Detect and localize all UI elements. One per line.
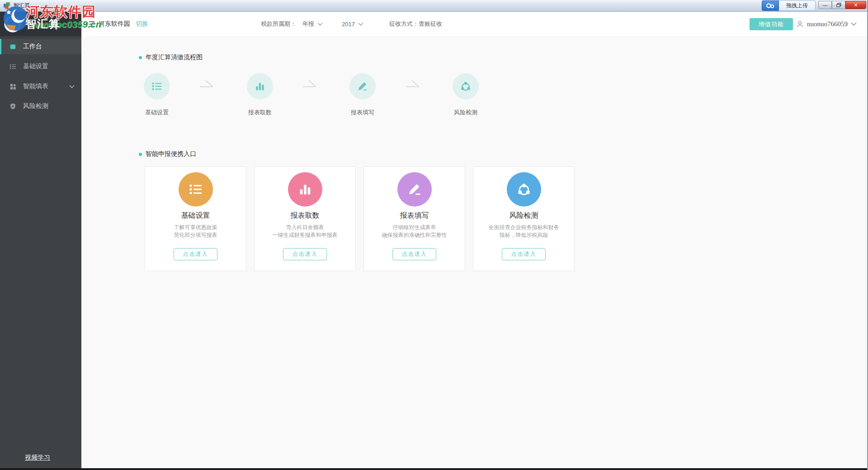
app-icon bbox=[3, 2, 11, 9]
tax-period-group: 税款所属期： 年报 2017 bbox=[261, 12, 363, 36]
switch-company-link[interactable]: 切换 bbox=[136, 12, 148, 36]
card-basic-settings: 基础设置 了解可享优惠政策 简化部分填写报表 点击进入 bbox=[145, 166, 246, 271]
pencil-icon bbox=[357, 80, 368, 92]
workbench-icon bbox=[9, 43, 17, 51]
flow-step-basic-settings: 基础设置 bbox=[134, 73, 179, 117]
minimize-button[interactable]: — bbox=[818, 1, 832, 9]
app-header: 河东软件园 切换 税款所属期： 年报 2017 征收方式：查账征收 增值功能 n… bbox=[81, 12, 868, 36]
person-icon bbox=[796, 20, 804, 28]
collection-method: 征收方式：查账征收 bbox=[389, 12, 442, 36]
flow-step-risk-check: 风险检测 bbox=[443, 73, 488, 117]
flow-circle bbox=[453, 73, 479, 99]
sidebar-item-risk-check[interactable]: 风险检测 bbox=[0, 99, 81, 114]
flow-step-label: 报表取数 bbox=[237, 108, 283, 117]
flow-step-report-data: 报表取数 bbox=[237, 73, 283, 117]
enter-button[interactable]: 点击进入 bbox=[174, 248, 217, 260]
flow-arrow-icon bbox=[302, 79, 321, 89]
entry-cards: 基础设置 了解可享优惠政策 简化部分填写报表 点击进入 报表取数 导入科目余额表… bbox=[145, 166, 575, 271]
sidebar-item-label: 工作台 bbox=[23, 42, 42, 51]
sidebar-item-basic-settings[interactable]: 基础设置 bbox=[0, 59, 81, 74]
sidebar-menu: 工作台 基础设置 智能填表 风险检测 bbox=[0, 39, 81, 114]
restore-button[interactable] bbox=[832, 1, 845, 9]
sidebar: 智汇算 工作台 基础设置 智能填表 bbox=[0, 12, 81, 470]
share-icon bbox=[460, 80, 472, 92]
grid-icon bbox=[9, 83, 17, 90]
flow-circle bbox=[144, 73, 170, 99]
collapse-sidebar-icon[interactable] bbox=[85, 21, 95, 28]
sidebar-item-workbench[interactable]: 工作台 bbox=[0, 39, 81, 54]
chevron-down-icon[interactable] bbox=[317, 23, 323, 26]
period-year-select[interactable]: 2017 bbox=[342, 21, 355, 28]
card-circle bbox=[397, 172, 432, 207]
entry-section-title: 智能申报便携入口 bbox=[139, 150, 196, 158]
card-circle bbox=[179, 172, 213, 207]
card-description: 导入科目余额表 一键生成财务报表和申报表 bbox=[273, 224, 338, 239]
card-title: 报表取数 bbox=[291, 211, 320, 221]
share-icon bbox=[516, 182, 532, 197]
bar-chart-icon bbox=[297, 182, 313, 197]
sidebar-item-label: 智能填表 bbox=[23, 82, 48, 90]
flow-arrow-icon bbox=[199, 79, 218, 89]
list-icon bbox=[151, 80, 163, 92]
company-name: 河东软件园 bbox=[99, 12, 130, 36]
window-title: 智汇算 bbox=[14, 0, 30, 12]
sidebar-item-label: 基础设置 bbox=[23, 62, 48, 70]
flow-circle bbox=[247, 73, 273, 99]
list-icon bbox=[188, 182, 203, 197]
flow-step-report-fill: 报表填写 bbox=[340, 73, 385, 117]
shield-icon bbox=[9, 103, 17, 110]
flow-step-label: 基础设置 bbox=[134, 108, 179, 117]
enter-button[interactable]: 点击进入 bbox=[283, 248, 327, 260]
list-icon bbox=[9, 63, 17, 70]
logo-area: 智汇算 bbox=[0, 12, 81, 36]
close-button[interactable]: ✕ bbox=[845, 1, 866, 9]
card-report-fill: 报表填写 仔细核对生成表单 确保报表的准确性和完整性 点击进入 bbox=[363, 166, 465, 271]
sidebar-item-label: 风险检测 bbox=[23, 102, 48, 110]
flow-step-label: 风险检测 bbox=[443, 108, 488, 117]
window-titlebar: 智汇算 拖拽上传 — ✕ bbox=[0, 0, 868, 12]
username: nuonuo766059 bbox=[807, 20, 848, 28]
bar-chart-icon bbox=[254, 80, 266, 92]
tax-period-label: 税款所属期： bbox=[261, 20, 296, 28]
netdisk-upload-label[interactable]: 拖拽上传 bbox=[779, 0, 816, 11]
bullet-dot bbox=[139, 56, 142, 59]
netdisk-logo-icon bbox=[762, 0, 779, 11]
card-risk-check: 风险检测 全面排查企业税务指标和财务 指标，降低涉税风险 点击进入 bbox=[473, 166, 575, 271]
window-controls: — ✕ bbox=[818, 1, 866, 9]
window-bottom-border bbox=[0, 468, 868, 470]
entry-section-title-text: 智能申报便携入口 bbox=[146, 150, 196, 158]
pencil-icon bbox=[407, 182, 422, 197]
flow-section-title-text: 年度汇算清缴流程图 bbox=[146, 53, 203, 61]
flow-circle bbox=[349, 73, 376, 99]
card-description: 了解可享优惠政策 简化部分填写报表 bbox=[174, 224, 217, 239]
bullet-dot bbox=[139, 153, 142, 156]
card-circle bbox=[288, 172, 322, 207]
chevron-down-icon[interactable] bbox=[851, 22, 857, 26]
chevron-down-icon[interactable] bbox=[358, 23, 363, 26]
card-title: 风险检测 bbox=[509, 211, 538, 221]
card-description: 全面排查企业税务指标和财务 指标，降低涉税风险 bbox=[489, 224, 559, 239]
main-content: 年度汇算清缴流程图 基础设置 报表取数 报表填 bbox=[81, 36, 868, 470]
card-circle bbox=[507, 172, 541, 207]
flow-step-label: 报表填写 bbox=[340, 108, 385, 117]
app-logo bbox=[4, 15, 22, 33]
enter-button[interactable]: 点击进入 bbox=[392, 248, 436, 260]
enter-button[interactable]: 点击进入 bbox=[502, 248, 546, 260]
card-title: 报表填写 bbox=[400, 211, 429, 221]
netdisk-upload-widget[interactable]: 拖拽上传 bbox=[762, 0, 816, 11]
card-report-data: 报表取数 导入科目余额表 一键生成财务报表和申报表 点击进入 bbox=[254, 166, 356, 271]
sidebar-item-smart-forms[interactable]: 智能填表 bbox=[0, 79, 81, 94]
flow-section-title: 年度汇算清缴流程图 bbox=[139, 53, 203, 61]
video-learning-link[interactable]: 视频学习 bbox=[25, 454, 50, 462]
card-description: 仔细核对生成表单 确保报表的准确性和完整性 bbox=[382, 224, 447, 239]
card-title: 基础设置 bbox=[181, 211, 210, 221]
period-type-select[interactable]: 年报 bbox=[302, 20, 314, 28]
value-added-button[interactable]: 增值功能 bbox=[750, 18, 793, 30]
flow-arrow-icon bbox=[406, 79, 425, 89]
app-name: 智汇算 bbox=[25, 17, 61, 31]
user-menu[interactable]: nuonuo766059 bbox=[796, 12, 857, 36]
chevron-down-icon[interactable] bbox=[69, 85, 75, 88]
